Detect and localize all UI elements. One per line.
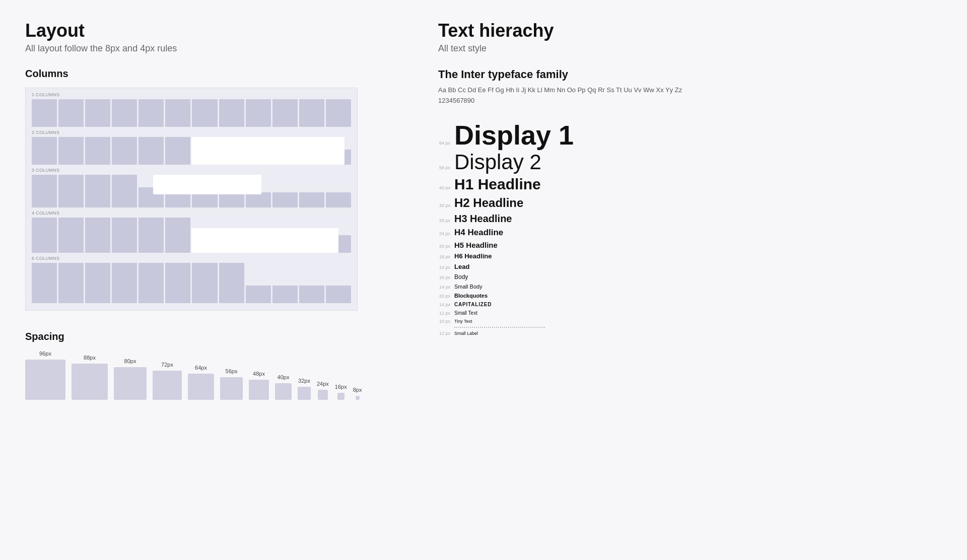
column-row-6: 6 COLUMNS bbox=[32, 256, 351, 303]
size-label-blockquotes: 20 px bbox=[438, 294, 454, 299]
spacing-heading: Spacing bbox=[25, 331, 388, 342]
overlay-white bbox=[191, 137, 344, 165]
spacing-label-56: 56px bbox=[226, 368, 238, 374]
spacing-block-40 bbox=[275, 383, 292, 400]
type-row-small-label: 12 px Small Label bbox=[438, 331, 942, 336]
spacing-item-16: 16px bbox=[335, 384, 347, 400]
type-sample-h4: H4 Headline bbox=[454, 228, 503, 238]
col-block bbox=[112, 175, 137, 207]
type-sample-small-body: Small Body bbox=[454, 284, 482, 290]
size-label-lead: 14 px bbox=[438, 265, 454, 270]
size-label-h2: 32 px bbox=[438, 203, 454, 208]
spacing-item-40: 40px bbox=[275, 374, 292, 400]
size-label-small-label: 12 px bbox=[438, 331, 454, 336]
column-label-6: 6 COLUMNS bbox=[32, 256, 351, 261]
text-hierarchy-title: Text hierachy bbox=[438, 20, 942, 41]
spacing-label-72: 72px bbox=[161, 362, 173, 368]
type-row-tiny-text: 10 px Tiny Text bbox=[438, 319, 942, 324]
spacing-item-64: 64px bbox=[188, 365, 214, 400]
type-sample-display1: Display 1 bbox=[454, 121, 574, 149]
type-sample-blockquotes: Blockquotes bbox=[454, 293, 488, 299]
spacing-block-72 bbox=[153, 371, 182, 400]
col-block bbox=[85, 175, 110, 207]
layout-title: Layout bbox=[25, 20, 388, 41]
col-block bbox=[326, 192, 351, 207]
type-row-h6: 18 px H6 Headline bbox=[438, 252, 942, 260]
spacing-block-96 bbox=[25, 360, 65, 400]
overlay-white bbox=[191, 228, 338, 253]
spacing-label-32: 32px bbox=[298, 378, 310, 384]
spacing-label-96: 96px bbox=[39, 351, 51, 357]
type-sample-tiny-text: Tiny Text bbox=[454, 319, 472, 324]
col-block bbox=[326, 99, 351, 127]
col-block bbox=[246, 286, 271, 303]
typeface-chars: Aa Bb Cc Dd Ee Ff Gg Hh Ii Jj Kk Ll Mm N… bbox=[438, 85, 942, 106]
col-block bbox=[219, 99, 244, 127]
col-block bbox=[139, 137, 164, 165]
col-block bbox=[58, 137, 84, 165]
col-block bbox=[32, 99, 57, 127]
spacing-block-80 bbox=[114, 367, 147, 400]
type-divider-dots bbox=[454, 327, 545, 328]
col-block bbox=[58, 263, 84, 303]
spacing-item-56: 56px bbox=[220, 368, 243, 400]
size-label-display2: 56 px bbox=[438, 165, 454, 170]
col-block bbox=[85, 137, 110, 165]
column-label-2: 2 COLUMNS bbox=[32, 130, 351, 135]
size-label-small-body: 14 px bbox=[438, 285, 454, 290]
col-block bbox=[112, 218, 137, 253]
col-block bbox=[219, 263, 244, 303]
spacing-item-96: 96px bbox=[25, 351, 65, 400]
spacing-block-88 bbox=[72, 364, 108, 400]
type-sample-lead: Lead bbox=[454, 263, 469, 270]
type-row-h3: 28 px H3 Headline bbox=[438, 213, 942, 225]
spacing-label-80: 80px bbox=[124, 358, 136, 364]
type-sample-h3: H3 Headline bbox=[454, 213, 512, 225]
spacing-label-88: 88px bbox=[84, 355, 96, 361]
typeface-title: The Inter typeface family bbox=[438, 68, 942, 81]
column-blocks-6 bbox=[32, 263, 351, 303]
col-block bbox=[165, 218, 190, 253]
col-block bbox=[192, 99, 217, 127]
col-block bbox=[272, 286, 298, 303]
type-sample-h5: H5 Headline bbox=[454, 241, 498, 249]
column-blocks-4 bbox=[32, 218, 351, 253]
spacing-label-48: 48px bbox=[253, 371, 265, 377]
size-label-h3: 28 px bbox=[438, 218, 454, 223]
spacing-block-8 bbox=[356, 396, 360, 400]
column-blocks-1 bbox=[32, 99, 351, 127]
columns-heading: Columns bbox=[25, 68, 388, 80]
column-blocks-3 bbox=[32, 175, 351, 207]
spacing-label-16: 16px bbox=[335, 384, 347, 390]
size-label-display1: 64 px bbox=[438, 141, 454, 146]
spacing-block-48 bbox=[249, 380, 269, 400]
type-row-blockquotes: 20 px Blockquotes bbox=[438, 293, 942, 299]
text-hierarchy-subtitle: All text style bbox=[438, 43, 942, 54]
spacing-block-64 bbox=[188, 374, 214, 400]
col-block bbox=[139, 218, 164, 253]
spacing-item-72: 72px bbox=[153, 362, 182, 400]
size-label-h5: 20 px bbox=[438, 244, 454, 249]
col-block bbox=[139, 99, 164, 127]
col-block bbox=[139, 263, 164, 303]
spacing-item-88: 88px bbox=[72, 355, 108, 400]
col-block bbox=[299, 286, 324, 303]
col-block bbox=[85, 263, 110, 303]
col-block bbox=[85, 218, 110, 253]
column-blocks-2 bbox=[32, 137, 351, 165]
type-row-small-body: 14 px Small Body bbox=[438, 284, 942, 290]
spacing-item-32: 32px bbox=[298, 378, 311, 400]
col-block bbox=[58, 175, 84, 207]
col-block bbox=[246, 192, 271, 207]
spacing-label-8: 8px bbox=[353, 387, 362, 393]
type-sample-small-text: Small Text bbox=[454, 310, 477, 316]
col-block bbox=[165, 263, 190, 303]
size-label-tiny-text: 10 px bbox=[438, 319, 454, 324]
spacing-row: 96px 88px 80px 72px 64px 56px bbox=[25, 351, 388, 400]
type-row-display2: 56 px Display 2 bbox=[438, 152, 942, 173]
right-panel: Text hierachy All text style The Inter t… bbox=[413, 0, 967, 560]
col-block bbox=[299, 99, 324, 127]
col-block bbox=[32, 175, 57, 207]
type-row-lead: 14 px Lead bbox=[438, 263, 942, 270]
column-label-1: 1 COLUMNS bbox=[32, 92, 351, 97]
